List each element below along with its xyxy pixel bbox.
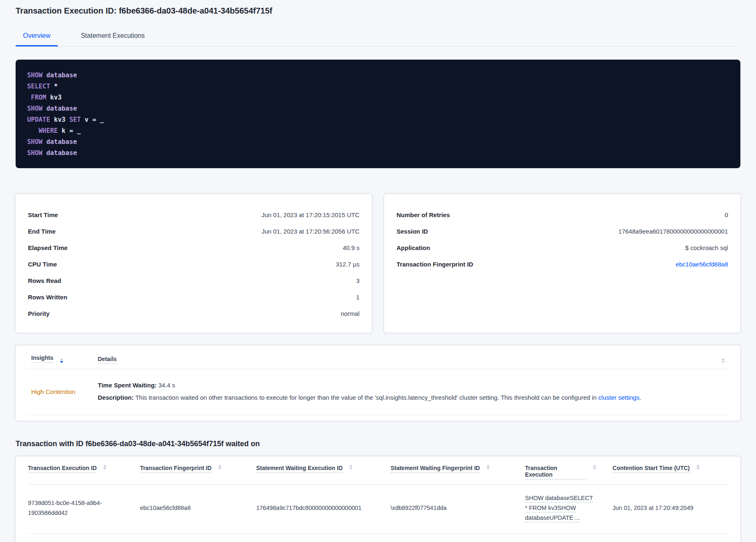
stat-row-session-id: Session ID17648a9eea60178000000000000000…: [396, 223, 728, 239]
sql-token: database: [46, 72, 77, 79]
sql-token: SHOW: [27, 149, 46, 157]
insights-card: Insights Details High Contention Time Sp…: [16, 345, 740, 421]
insights-column-label: Insights: [31, 354, 53, 363]
stat-row-cpu-time: CPU Time312.7 µs: [28, 256, 360, 272]
sql-line: SELECT *: [27, 81, 729, 92]
waited-table-head: Transaction Execution IDTransaction Fing…: [28, 456, 728, 485]
insight-row: High Contention Time Spent Waiting: 34.4…: [25, 369, 731, 415]
sql-line: UPDATE kv3 SET v = _: [27, 114, 729, 125]
stat-label: Priority: [28, 310, 50, 317]
waiting-time-value: 34.4 s: [157, 382, 175, 389]
stat-row-elapsed-time: Elapsed Time40.9 s: [28, 239, 360, 256]
column-header-label: Transaction Execution: [525, 465, 586, 479]
sort-arrows-icon[interactable]: [218, 465, 221, 470]
stat-row-rows-written: Rows Written1: [28, 289, 360, 305]
cell-transaction-execution: SHOW databaseSELECT * FROM kv3SHOW datab…: [525, 493, 613, 523]
stat-row-priority: Prioritynormal: [28, 305, 360, 322]
column-header-contention-start-time-utc[interactable]: Contention Start Time (UTC): [613, 465, 728, 473]
sql-code-box: SHOW databaseSELECT * FROM kv3SHOW datab…: [16, 60, 740, 168]
sort-arrows-icon[interactable]: [60, 358, 63, 363]
sort-down-icon: [486, 468, 490, 470]
description-suffix: .: [639, 394, 641, 401]
execution-times-card: Start TimeJun 01, 2023 at 17:20:15:2015 …: [16, 194, 372, 333]
sql-token: v = _: [85, 116, 104, 123]
insight-description-line: Description: This transaction waited on …: [98, 391, 725, 404]
cell-transaction-fingerprint-id: ebc10ae56cfd88a8: [140, 503, 256, 513]
sort-down-icon: [349, 468, 353, 470]
sort-down-icon: [593, 468, 596, 470]
sort-down-icon: [103, 468, 106, 470]
sort-up-icon: [721, 358, 725, 360]
tab-statement-executions[interactable]: Statement Executions: [74, 26, 152, 46]
cluster-settings-link[interactable]: cluster settings: [598, 394, 639, 401]
column-header-statement-waiting-fingerprint-id[interactable]: Statement Waiting Fingerprint ID: [391, 465, 525, 473]
details-column-header[interactable]: Details: [98, 355, 117, 363]
column-header-transaction-execution[interactable]: Transaction Execution: [525, 465, 613, 479]
cell-statement-waiting-execution-id: 176498a9c717bdc80000000000000001: [256, 503, 390, 513]
execution-attributes-card: Number of Retries0Session ID17648a9eea60…: [384, 194, 740, 333]
column-header-statement-waiting-execution-id[interactable]: Statement Waiting Execution ID: [256, 465, 390, 473]
stat-row-application: Application$ cockroach sql: [396, 239, 728, 256]
sort-down-icon: [721, 361, 725, 363]
sql-token: SHOW: [27, 138, 46, 146]
sort-up-icon: [60, 358, 63, 360]
sql-line: SHOW database: [27, 70, 729, 81]
description-text: This transaction waited on other transac…: [134, 394, 599, 401]
stat-label: Start Time: [28, 211, 58, 218]
details-column-label: Details: [98, 356, 117, 364]
stat-label: Number of Retries: [396, 211, 450, 218]
insight-details: Time Spent Waiting: 34.4 s Description: …: [98, 379, 725, 404]
insights-column-header[interactable]: Insights: [31, 354, 98, 363]
stat-label: Elapsed Time: [28, 244, 67, 251]
column-header-transaction-execution-id[interactable]: Transaction Execution ID: [28, 465, 140, 473]
waited-on-heading: Transaction with ID f6be6366-da03-48de-a…: [16, 440, 740, 448]
stat-label: Transaction Fingerprint ID: [396, 261, 473, 268]
stat-row-rows-read: Rows Read3: [28, 272, 360, 289]
sql-token: database: [46, 149, 77, 157]
stat-value: 17648a9eea6017800000000000000001: [618, 228, 728, 235]
sort-arrows-icon[interactable]: [486, 465, 490, 470]
stat-value-link[interactable]: ebc10ae56cfd88a8: [675, 261, 728, 268]
sql-line: WHERE k = _: [27, 125, 729, 137]
sort-arrows-icon[interactable]: [349, 465, 353, 470]
right-card-rows: Number of Retries0Session ID17648a9eea60…: [396, 206, 728, 272]
sort-arrows-icon[interactable]: [103, 465, 106, 470]
stat-label: End Time: [28, 228, 55, 235]
stat-label: Rows Written: [28, 294, 67, 301]
page-title: Transaction Execution ID: f6be6366-da03-…: [16, 5, 740, 16]
stat-value: 1: [356, 294, 360, 301]
column-header-transaction-fingerprint-id[interactable]: Transaction Fingerprint ID: [140, 465, 256, 473]
stat-label: Rows Read: [28, 277, 61, 284]
column-header-label: Contention Start Time (UTC): [613, 465, 690, 473]
sort-arrows-icon[interactable]: [593, 465, 596, 470]
waited-table-body: 9738d051-bc0e-4158-a9b4-1903586ddd42ebc1…: [28, 485, 728, 534]
sql-token: database: [46, 105, 77, 112]
sql-token: UPDATE: [27, 116, 54, 123]
description-label: Description:: [98, 394, 134, 401]
stat-row-start-time: Start TimeJun 01, 2023 at 17:20:15:2015 …: [28, 206, 360, 223]
sort-up-icon: [593, 465, 596, 467]
stat-value: normal: [341, 310, 360, 317]
stat-row-transaction-fingerprint-id: Transaction Fingerprint IDebc10ae56cfd88…: [396, 256, 728, 272]
tab-overview[interactable]: Overview: [16, 26, 58, 46]
tabs: OverviewStatement Executions: [16, 26, 740, 46]
transaction-execution-statement-link[interactable]: SHOW databaseSELECT * FROM kv3SHOW datab…: [525, 495, 593, 521]
column-header-label: Transaction Fingerprint ID: [140, 465, 212, 473]
column-header-label: Statement Waiting Execution ID: [256, 465, 342, 473]
cell-transaction-execution-id: 9738d051-bc0e-4158-a9b4-1903586ddd42: [28, 498, 140, 518]
sql-line: FROM kv3: [27, 92, 729, 103]
sql-line: SHOW database: [27, 137, 729, 148]
left-card-rows: Start TimeJun 01, 2023 at 17:20:15:2015 …: [28, 206, 360, 322]
sort-down-icon: [218, 468, 221, 470]
sort-arrows-icon[interactable]: [721, 358, 725, 363]
sql-token: *: [54, 83, 58, 90]
stat-value: Jun 01, 2023 at 17:20:15:2015 UTC: [261, 211, 360, 218]
sql-token: SHOW: [27, 72, 46, 79]
sort-arrows-icon[interactable]: [696, 465, 700, 470]
sql-code-block: SHOW databaseSELECT * FROM kv3SHOW datab…: [27, 70, 729, 159]
stat-value: 312.7 µs: [336, 261, 360, 268]
sql-line: SHOW database: [27, 103, 729, 114]
sql-token: SHOW: [27, 105, 46, 112]
sql-token: kv3: [54, 116, 69, 123]
stat-value: Jun 01, 2023 at 17:20:56:2056 UTC: [261, 228, 360, 235]
